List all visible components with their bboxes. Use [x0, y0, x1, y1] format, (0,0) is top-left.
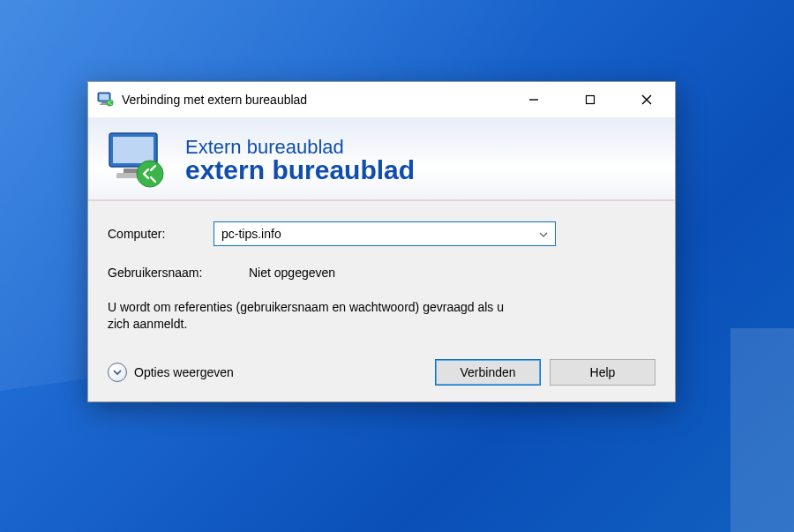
maximize-button[interactable] — [562, 82, 618, 117]
computer-combobox[interactable]: pc-tips.info — [213, 221, 556, 246]
svg-point-4 — [107, 100, 114, 107]
show-options-toggle[interactable]: Opties weergeven — [108, 363, 234, 382]
footer-buttons: Verbinden Help — [435, 359, 655, 386]
banner-text: Extern bureaublad extern bureaublad — [185, 136, 415, 184]
dialog-body: Computer: pc-tips.info Gebruikersnaam: N… — [88, 200, 675, 401]
banner: Extern bureaublad extern bureaublad — [88, 117, 675, 200]
footer: Opties weergeven Verbinden Help — [108, 359, 655, 386]
help-button-label: Help — [590, 365, 616, 379]
app-icon — [97, 92, 115, 108]
show-options-label: Opties weergeven — [134, 365, 234, 379]
computer-label: Computer: — [108, 227, 213, 241]
window-title: Verbinding met extern bureaublad — [122, 93, 307, 107]
svg-rect-10 — [113, 137, 154, 163]
svg-rect-6 — [587, 96, 595, 104]
titlebar-left: Verbinding met extern bureaublad — [88, 82, 506, 117]
credentials-info-text: U wordt om referenties (gebruikersnaam e… — [108, 299, 522, 333]
svg-point-13 — [137, 161, 163, 187]
username-value: Niet opgegeven — [249, 266, 335, 280]
titlebar[interactable]: Verbinding met extern bureaublad — [88, 82, 675, 117]
svg-rect-1 — [100, 94, 109, 101]
help-button[interactable]: Help — [550, 359, 655, 386]
svg-rect-2 — [101, 102, 107, 104]
computer-row: Computer: pc-tips.info — [108, 221, 655, 246]
banner-title-line2: extern bureaublad — [185, 156, 415, 184]
minimize-button[interactable] — [506, 82, 562, 117]
chevron-down-icon — [539, 228, 548, 240]
window-controls — [506, 82, 675, 117]
connect-button[interactable]: Verbinden — [435, 359, 541, 386]
close-button[interactable] — [618, 82, 675, 117]
username-row: Gebruikersnaam: Niet opgegeven — [108, 266, 655, 280]
computer-value: pc-tips.info — [221, 227, 281, 241]
chevron-down-circle-icon — [108, 363, 127, 382]
wallpaper-light-panel-2 — [730, 328, 794, 532]
username-label: Gebruikersnaam: — [108, 266, 249, 280]
remote-desktop-window: Verbinding met extern bureaublad — [87, 81, 676, 402]
remote-desktop-icon — [104, 130, 171, 191]
connect-button-label: Verbinden — [460, 365, 515, 379]
